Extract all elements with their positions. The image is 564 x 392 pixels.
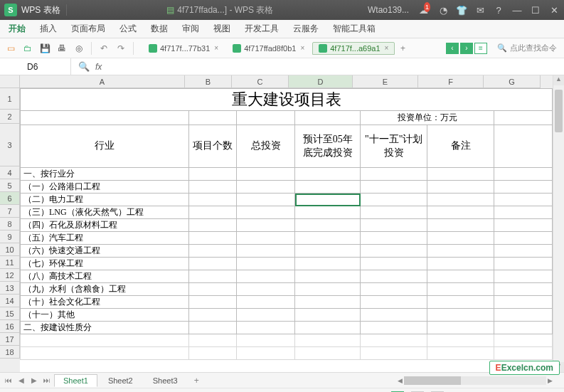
fx-label[interactable]: fx (95, 62, 102, 72)
cell[interactable] (237, 181, 295, 194)
col-header-e[interactable]: E (353, 75, 418, 88)
feedback-icon[interactable]: ✉ (474, 4, 486, 16)
cell[interactable] (295, 258, 361, 270)
cell[interactable] (189, 322, 237, 334)
row-label[interactable]: （二）电力工程 (21, 194, 189, 206)
row-label[interactable]: 一、按行业分 (21, 168, 189, 181)
user-name[interactable]: Wtao139... (368, 5, 409, 15)
cell[interactable] (361, 168, 427, 181)
hscroll-left-icon[interactable]: ◀ (398, 377, 403, 384)
cell[interactable] (189, 219, 237, 232)
row-label[interactable]: （六）快速交通工程 (21, 245, 189, 258)
col-header-g[interactable]: G (484, 75, 541, 88)
row-header[interactable]: 8 (0, 218, 20, 231)
row-label[interactable]: （一）公路港口工程 (21, 181, 189, 194)
open-icon[interactable]: 🗀 (21, 42, 34, 55)
menu-review[interactable]: 审阅 (182, 23, 199, 35)
row-header[interactable]: 12 (0, 269, 20, 282)
preview-icon[interactable]: ◎ (73, 42, 85, 55)
hscroll-right-icon[interactable]: ▶ (548, 377, 553, 384)
minimize-icon[interactable]: — (511, 4, 523, 16)
cell[interactable] (237, 322, 295, 334)
table-header[interactable]: 项目个数 (189, 125, 237, 168)
cell[interactable] (237, 296, 295, 309)
doc-tab[interactable]: 4f717f...77b31× (142, 42, 225, 55)
sheet-last-icon[interactable]: ⏭ (41, 375, 53, 386)
print-icon[interactable]: 🖶 (55, 42, 68, 55)
cell[interactable] (237, 270, 295, 283)
row-label[interactable]: （三）LNG（液化天然气）工程 (21, 206, 189, 219)
cell[interactable] (237, 194, 295, 206)
row-header[interactable]: 9 (0, 231, 20, 243)
cell[interactable] (295, 245, 361, 258)
cell[interactable] (237, 168, 295, 181)
cell[interactable] (295, 309, 361, 322)
cell[interactable] (189, 168, 237, 181)
cell[interactable] (494, 309, 553, 322)
cell[interactable] (295, 206, 361, 219)
cell[interactable] (427, 168, 494, 181)
menu-view[interactable]: 视图 (213, 23, 230, 35)
cell[interactable] (427, 283, 494, 296)
row-label[interactable]: （九）水利（含粮食）工程 (21, 283, 189, 296)
sheet-prev-icon[interactable]: ◀ (16, 375, 27, 386)
close-icon[interactable]: ✕ (548, 4, 560, 16)
close-tab-icon[interactable]: × (300, 44, 304, 52)
save-icon[interactable]: 💾 (38, 42, 51, 55)
cell[interactable] (237, 232, 295, 245)
table-header[interactable]: "十一五"计划投资 (361, 125, 427, 168)
menu-cloud[interactable]: 云服务 (293, 23, 319, 35)
tab-prev-icon[interactable]: ‹ (446, 43, 459, 54)
row-header[interactable]: 13 (0, 282, 20, 295)
col-header-f[interactable]: F (418, 75, 484, 88)
row-header[interactable]: 2 (0, 110, 20, 124)
cell[interactable] (237, 206, 295, 219)
cell[interactable] (494, 168, 553, 181)
cell[interactable] (427, 219, 494, 232)
cell[interactable] (427, 194, 494, 206)
menu-dev-tools[interactable]: 开发工具 (245, 23, 279, 35)
row-header[interactable]: 10 (0, 243, 20, 256)
tab-list-icon[interactable]: ≡ (474, 43, 487, 54)
row-label[interactable]: （七）环保工程 (21, 258, 189, 270)
row-label[interactable]: （四）石化及原材料工程 (21, 219, 189, 232)
table-header[interactable]: 预计至05年底完成投资 (295, 125, 361, 168)
cell[interactable] (189, 232, 237, 245)
cell[interactable] (295, 232, 361, 245)
cell[interactable] (427, 270, 494, 283)
sheet-tab[interactable]: Sheet3 (144, 374, 187, 387)
cell[interactable] (295, 181, 361, 194)
cell[interactable] (189, 309, 237, 322)
scroll-up-icon[interactable]: ▲ (553, 75, 564, 85)
close-tab-icon[interactable]: × (214, 44, 218, 52)
sheet-next-icon[interactable]: ▶ (28, 375, 40, 386)
cell[interactable] (189, 181, 237, 194)
cell[interactable] (361, 258, 427, 270)
cell[interactable] (189, 283, 237, 296)
tab-next-icon[interactable]: › (460, 43, 473, 54)
menu-insert[interactable]: 插入 (40, 23, 57, 35)
cell-reference[interactable]: D6 (0, 58, 71, 75)
row-label[interactable]: （十）社会文化工程 (21, 296, 189, 309)
add-sheet-icon[interactable]: + (188, 376, 205, 386)
help-icon[interactable]: ? (493, 4, 504, 16)
cell[interactable] (237, 219, 295, 232)
menu-smart-tools[interactable]: 智能工具箱 (333, 23, 376, 35)
sheet-first-icon[interactable]: ⏮ (3, 375, 14, 386)
selected-cell[interactable] (295, 194, 361, 206)
row-label[interactable]: （十一）其他 (21, 309, 189, 322)
cell[interactable] (427, 322, 494, 334)
row-header[interactable]: 14 (0, 295, 20, 307)
cell[interactable] (427, 206, 494, 219)
cell[interactable] (189, 270, 237, 283)
menu-formula[interactable]: 公式 (119, 23, 137, 35)
spreadsheet-grid[interactable]: A B C D E F G 12345678910111213141516171… (0, 75, 564, 372)
cell[interactable] (295, 283, 361, 296)
cell[interactable] (494, 296, 553, 309)
undo-icon[interactable]: ↶ (97, 42, 110, 55)
col-header-a[interactable]: A (20, 75, 185, 88)
shield-icon[interactable]: ◔ (437, 4, 449, 16)
cell[interactable] (494, 322, 553, 334)
sheet-tab[interactable]: Sheet2 (99, 374, 142, 387)
cell[interactable] (494, 181, 553, 194)
